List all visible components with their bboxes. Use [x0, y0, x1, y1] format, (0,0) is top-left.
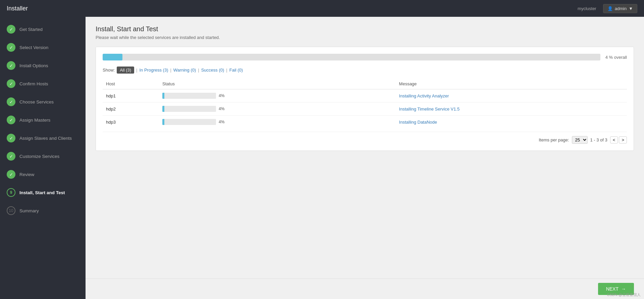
row-progress-pct: 4% [219, 93, 224, 98]
step-circle-8: ✓ [7, 152, 15, 161]
next-arrow-icon: → [621, 286, 626, 292]
message-link[interactable]: Installing DataNode [399, 120, 437, 125]
message-cell: Installing Activity Analyzer [396, 89, 627, 102]
step-circle-2: ✓ [7, 43, 15, 52]
host-cell: hdp2 [103, 102, 159, 116]
main-layout: ✓ Get Started ✓ Select Version ✓ Install… [0, 17, 644, 299]
sidebar-item-customize-services[interactable]: ✓ Customize Services [0, 147, 86, 165]
row-progress-container: 4% [162, 119, 392, 125]
navbar-right: mycluster 👤 admin ▼ [578, 4, 637, 13]
message-cell: Installing Timeline Service V1.5 [396, 102, 627, 116]
row-progress-bar [162, 119, 216, 125]
message-link[interactable]: Installing Activity Analyzer [399, 93, 449, 98]
sidebar-item-choose-services[interactable]: ✓ Choose Services [0, 93, 86, 111]
check-icon: ✓ [9, 63, 13, 68]
sidebar-label-choose-services: Choose Services [19, 99, 54, 104]
row-progress-fill [162, 119, 164, 125]
step-circle-10: 9 [7, 188, 15, 197]
sidebar-label-install-options: Install Options [19, 63, 48, 68]
row-progress-bar [162, 106, 216, 112]
step-circle-9: ✓ [7, 170, 15, 179]
user-label: admin [615, 6, 627, 11]
sidebar: ✓ Get Started ✓ Select Version ✓ Install… [0, 17, 86, 299]
step-circle-5: ✓ [7, 97, 15, 106]
items-per-page-label: Items per page: [539, 137, 569, 142]
watermark: CSDN @尘世萱倌人 [607, 292, 641, 297]
sidebar-label-confirm-hosts: Confirm Hosts [19, 81, 48, 86]
col-status: Status [159, 79, 396, 89]
host-cell: hdp1 [103, 89, 159, 102]
show-label: Show: [103, 68, 115, 73]
dropdown-icon: ▼ [629, 6, 633, 11]
step-circle-1: ✓ [7, 25, 15, 34]
overall-progress-bar [103, 54, 600, 60]
filter-warning-link[interactable]: Warning (0) [173, 68, 196, 73]
pagination-nav: < > [610, 136, 627, 143]
check-icon: ✓ [9, 118, 13, 123]
message-link[interactable]: Installing Timeline Service V1.5 [399, 106, 460, 112]
sidebar-label-get-started: Get Started [19, 27, 43, 32]
per-page-select[interactable]: 25 [572, 136, 588, 144]
hosts-table: Host Status Message hdp1 4% Installing A [103, 79, 627, 128]
table-row: hdp1 4% Installing Activity Analyzer [103, 89, 627, 102]
filter-in-progress-link[interactable]: In Progress (3) [139, 68, 168, 73]
step-number-11: 10 [9, 208, 13, 213]
sidebar-label-summary: Summary [19, 208, 39, 213]
sidebar-label-assign-slaves: Assign Slaves and Clients [19, 136, 72, 141]
filter-success-link[interactable]: Success (0) [201, 68, 224, 73]
table-row: hdp2 4% Installing Timeline Service V1.5 [103, 102, 627, 116]
step-number-10: 9 [10, 190, 12, 195]
filter-all-button[interactable]: All (3) [117, 67, 134, 74]
overall-progress-container: 4 % overall [103, 54, 627, 60]
pagination-prev-button[interactable]: < [610, 136, 618, 143]
user-icon: 👤 [607, 6, 613, 11]
page-title: Install, Start and Test [96, 25, 634, 33]
col-message: Message [396, 79, 627, 89]
check-icon: ✓ [9, 154, 13, 159]
col-host: Host [103, 79, 159, 89]
app-brand: Installer [7, 5, 28, 12]
row-progress-fill [162, 93, 164, 99]
step-circle-11: 10 [7, 206, 15, 215]
sidebar-label-review: Review [19, 172, 34, 177]
row-progress-container: 4% [162, 93, 392, 99]
filter-fail-link[interactable]: Fail (0) [229, 68, 243, 73]
filter-bar: Show: All (3) | In Progress (3) | Warnin… [103, 67, 627, 74]
sidebar-label-assign-masters: Assign Masters [19, 118, 50, 123]
sidebar-item-assign-slaves[interactable]: ✓ Assign Slaves and Clients [0, 129, 86, 147]
sidebar-label-select-version: Select Version [19, 45, 48, 50]
navbar: Installer mycluster 👤 admin ▼ [0, 0, 644, 17]
next-label: NEXT [606, 286, 619, 292]
check-icon: ✓ [9, 136, 13, 141]
pagination-bar: Items per page: 25 1 - 3 of 3 < > [103, 132, 627, 144]
pagination-next-button[interactable]: > [619, 136, 627, 143]
sidebar-item-assign-masters[interactable]: ✓ Assign Masters [0, 111, 86, 129]
footer-bar: NEXT → [86, 279, 644, 299]
pagination-range: 1 - 3 of 3 [590, 137, 607, 142]
status-cell: 4% [159, 102, 396, 116]
step-circle-4: ✓ [7, 79, 15, 88]
row-progress-pct: 4% [219, 106, 224, 111]
row-progress-bar [162, 93, 216, 99]
check-icon: ✓ [9, 81, 13, 86]
sidebar-item-confirm-hosts[interactable]: ✓ Confirm Hosts [0, 75, 86, 93]
content-area: Install, Start and Test Please wait whil… [86, 17, 644, 299]
status-cell: 4% [159, 116, 396, 129]
step-circle-6: ✓ [7, 116, 15, 124]
table-row: hdp3 4% Installing DataNode [103, 116, 627, 129]
row-progress-fill [162, 106, 164, 112]
user-menu-button[interactable]: 👤 admin ▼ [603, 4, 637, 13]
step-circle-7: ✓ [7, 134, 15, 142]
page-subtitle: Please wait while the selected services … [96, 35, 634, 40]
install-progress-card: 4 % overall Show: All (3) | In Progress … [96, 47, 634, 151]
sidebar-item-install-options[interactable]: ✓ Install Options [0, 56, 86, 75]
check-icon: ✓ [9, 27, 13, 32]
sidebar-item-get-started[interactable]: ✓ Get Started [0, 20, 86, 38]
sidebar-label-install-start-test: Install, Start and Test [19, 190, 65, 195]
sidebar-item-select-version[interactable]: ✓ Select Version [0, 38, 86, 56]
sidebar-item-review[interactable]: ✓ Review [0, 165, 86, 183]
sidebar-item-install-start-test[interactable]: 9 Install, Start and Test [0, 183, 86, 202]
sidebar-item-summary[interactable]: 10 Summary [0, 202, 86, 220]
row-progress-pct: 4% [219, 120, 224, 124]
message-cell: Installing DataNode [396, 116, 627, 129]
